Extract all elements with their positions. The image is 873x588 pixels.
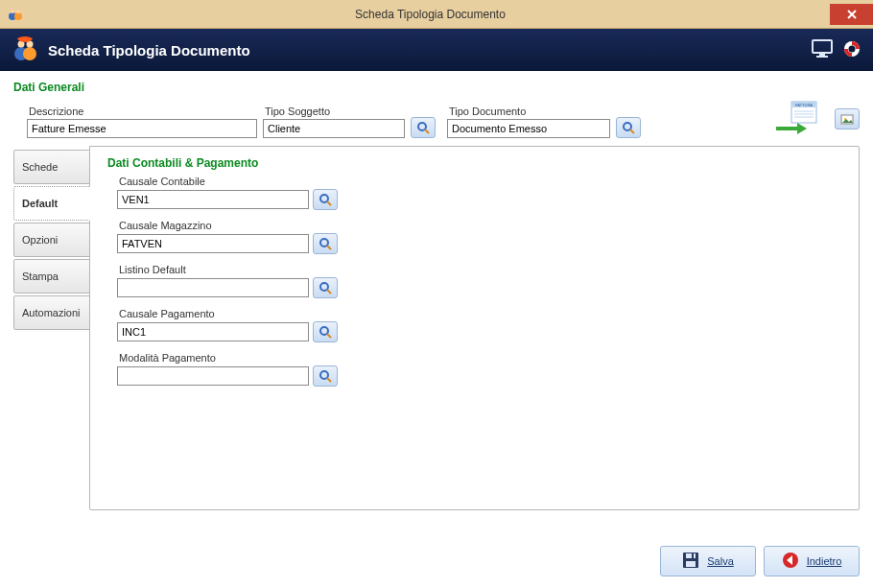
search-icon: [319, 237, 332, 250]
svg-point-1: [14, 12, 22, 20]
monitor-icon[interactable]: [812, 39, 833, 60]
tabstrip: Schede Default Opzioni Stampa Automazion…: [13, 150, 90, 510]
svg-point-7: [23, 47, 36, 60]
label-descrizione: Descrizione: [27, 106, 257, 117]
tab-automazioni[interactable]: Automazioni: [13, 295, 90, 330]
svg-rect-11: [819, 54, 825, 56]
modalita-pagamento-lookup-button[interactable]: [313, 365, 338, 387]
listino-default-lookup-button[interactable]: [313, 277, 338, 298]
svg-point-3: [16, 10, 20, 13]
svg-rect-38: [686, 553, 696, 558]
label-causale-contabile: Causale Contabile: [117, 176, 841, 187]
save-icon: [682, 552, 699, 571]
tabs-area: Schede Default Opzioni Stampa Automazion…: [13, 146, 860, 510]
close-button[interactable]: [830, 4, 873, 25]
svg-line-16: [425, 129, 429, 133]
search-icon: [622, 121, 635, 134]
listino-default-input[interactable]: [117, 278, 309, 297]
svg-rect-39: [686, 561, 696, 567]
search-icon: [319, 193, 332, 206]
tab-stampa[interactable]: Stampa: [13, 259, 90, 294]
svg-line-18: [630, 129, 634, 133]
svg-line-32: [327, 290, 331, 294]
svg-point-17: [624, 123, 631, 130]
svg-line-36: [327, 378, 331, 382]
label-modalita-pagamento: Modalità Pagamento: [117, 352, 841, 364]
label-listino-default: Listino Default: [117, 264, 841, 275]
salva-button[interactable]: Salva: [660, 546, 756, 576]
svg-rect-12: [816, 56, 828, 58]
svg-text:FATTURA: FATTURA: [795, 103, 813, 107]
causale-contabile-input[interactable]: [117, 190, 309, 209]
window-title: Scheda Tipologia Documento: [31, 8, 830, 21]
indietro-button[interactable]: Indietro: [764, 546, 860, 576]
svg-point-29: [320, 239, 328, 247]
tipo-documento-input[interactable]: [447, 119, 610, 138]
header-icon: [12, 36, 38, 63]
header-title: Scheda Tipologia Documento: [48, 42, 812, 59]
svg-point-27: [320, 195, 328, 202]
svg-point-33: [320, 327, 328, 335]
tab-panel-default: Dati Contabili & Pagamento Causale Conta…: [89, 146, 860, 510]
window: Scheda Tipologia Documento Scheda Tipolo…: [0, 0, 873, 588]
search-icon: [319, 369, 332, 383]
label-tipo-documento: Tipo Documento: [447, 106, 610, 117]
tipo-soggetto-input[interactable]: [263, 119, 405, 138]
causale-pagamento-lookup-button[interactable]: [313, 321, 338, 342]
tipo-soggetto-lookup-button[interactable]: [411, 117, 436, 138]
search-icon: [319, 281, 332, 294]
section-generali: Dati Generali Descrizione Tipo Soggetto …: [13, 81, 860, 138]
tab-default[interactable]: Default: [13, 186, 90, 221]
illustration-picker-button[interactable]: [835, 108, 860, 129]
salva-label: Salva: [707, 555, 734, 567]
causale-magazzino-lookup-button[interactable]: [313, 233, 338, 254]
label-causale-pagamento: Causale Pagamento: [117, 308, 841, 319]
tab-opzioni[interactable]: Opzioni: [13, 223, 90, 257]
label-causale-magazzino: Causale Magazzino: [117, 220, 841, 231]
footer-buttons: Salva Indietro: [660, 546, 860, 576]
svg-line-30: [327, 246, 331, 249]
svg-rect-10: [813, 40, 832, 53]
content-area: Dati Generali Descrizione Tipo Soggetto …: [0, 71, 873, 588]
svg-line-34: [327, 334, 331, 338]
modalita-pagamento-input[interactable]: [117, 366, 309, 386]
svg-point-15: [418, 123, 426, 130]
app-icon: [8, 7, 23, 22]
search-icon: [416, 121, 430, 134]
fattura-illustration-icon: FATTURA: [767, 100, 825, 138]
lifebuoy-icon[interactable]: [842, 39, 861, 60]
image-icon: [840, 112, 854, 126]
section-title-generali: Dati Generali: [13, 81, 860, 94]
svg-point-31: [320, 283, 328, 291]
titlebar: Scheda Tipologia Documento: [0, 0, 873, 29]
tipo-documento-lookup-button[interactable]: [616, 117, 641, 138]
search-icon: [319, 325, 332, 339]
descrizione-input[interactable]: [27, 119, 257, 138]
indietro-label: Indietro: [807, 555, 842, 567]
svg-rect-40: [692, 553, 694, 558]
header-bar: Scheda Tipologia Documento: [0, 29, 873, 71]
section-title-contabili: Dati Contabili & Pagamento: [107, 156, 841, 170]
svg-line-28: [327, 201, 331, 205]
svg-point-2: [11, 10, 14, 13]
back-icon: [782, 552, 799, 571]
label-tipo-soggetto: Tipo Soggetto: [263, 106, 405, 117]
causale-contabile-lookup-button[interactable]: [313, 189, 338, 210]
svg-point-35: [320, 371, 328, 379]
svg-point-14: [849, 46, 856, 53]
causale-magazzino-input[interactable]: [117, 234, 309, 253]
tab-schede[interactable]: Schede: [13, 150, 90, 184]
causale-pagamento-input[interactable]: [117, 322, 309, 341]
